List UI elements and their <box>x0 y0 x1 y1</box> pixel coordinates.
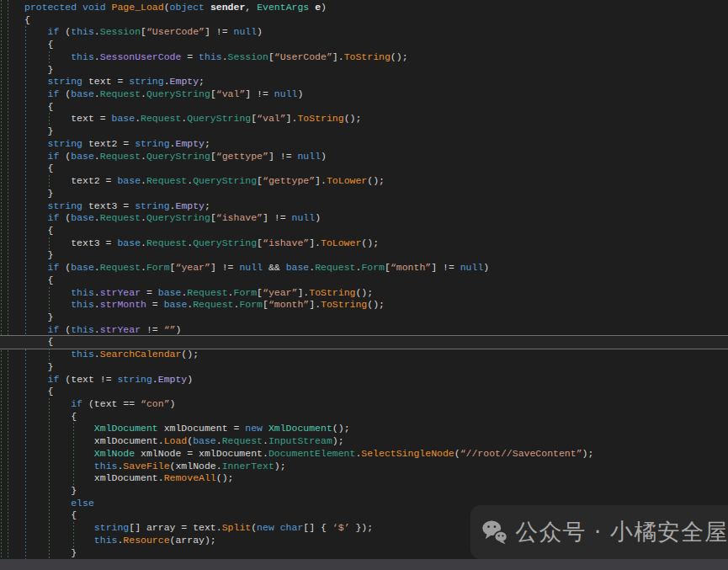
code-line[interactable]: xmlDocument.RemoveAll(); <box>0 472 593 485</box>
code-token: Request <box>100 88 141 99</box>
code-line[interactable]: xmlDocument.Load(base.Request.InputStrea… <box>0 435 593 448</box>
code-token: (); <box>181 349 199 360</box>
code-line[interactable]: text2 = base.Request.QueryString[“gettyp… <box>0 175 593 188</box>
code-line[interactable]: } <box>0 361 593 374</box>
code-line[interactable]: { <box>0 274 593 287</box>
code-line[interactable]: if (text == “con”) <box>0 398 593 411</box>
code-line[interactable]: { <box>0 336 593 349</box>
code-line[interactable]: { <box>0 225 593 237</box>
code-line[interactable]: if (base.Request.QueryString[“ishave”] !… <box>0 212 593 225</box>
code-token: ) <box>321 2 327 13</box>
code-line[interactable]: text = base.Request.QueryString[“val”].T… <box>0 113 593 125</box>
horizontal-scrollbar[interactable] <box>0 559 728 570</box>
code-token <box>263 423 268 434</box>
code-token: if <box>48 212 60 223</box>
code-line[interactable]: { <box>0 162 593 175</box>
code-token: this <box>71 299 94 310</box>
code-token: . <box>152 374 158 385</box>
code-token: if <box>48 151 60 162</box>
code-line[interactable]: } <box>0 312 593 324</box>
code-line[interactable]: string text2 = string.Empty; <box>0 138 593 151</box>
code-token: Split <box>222 522 252 533</box>
code-token <box>24 88 48 99</box>
code-token: ) <box>321 151 327 162</box>
code-line[interactable]: { <box>0 411 593 424</box>
code-token: (xmlNode. <box>170 461 222 471</box>
code-line[interactable]: if (base.Request.Form[“year”] != null &&… <box>0 262 593 274</box>
code-line[interactable]: if (base.Request.QueryString[“val”] != n… <box>0 88 593 101</box>
code-token: QueryString <box>146 151 210 162</box>
code-token: ( <box>59 262 71 273</box>
code-token <box>205 2 210 13</box>
code-token: “year” <box>263 287 297 298</box>
code-line[interactable]: if (this.strYear != “”) <box>0 324 593 337</box>
code-token: SelectSingleNode <box>361 448 454 459</box>
code-token: null <box>292 212 316 223</box>
code-token: ); <box>582 448 594 459</box>
code-token <box>24 76 48 87</box>
code-token: this <box>71 324 94 335</box>
code-token: object <box>170 2 205 13</box>
code-line[interactable]: this.SessonUserCode = this.Session[“User… <box>0 51 593 64</box>
code-token: [ <box>263 299 268 310</box>
code-line[interactable]: if (this.Session[“UserCode”] != null) <box>0 26 593 39</box>
code-token: “gettype” <box>216 151 268 162</box>
code-token: . <box>141 237 146 248</box>
code-token: “//root//SaveContent” <box>460 448 582 459</box>
code-token: . <box>228 287 234 298</box>
code-token: new <box>245 423 263 434</box>
code-token: QueryString <box>187 113 251 124</box>
code-line[interactable]: text3 = base.Request.QueryString[“ishave… <box>0 237 593 250</box>
code-token: ] != <box>205 26 234 37</box>
code-line[interactable]: if (text != string.Empty) <box>0 374 593 386</box>
code-line[interactable]: } <box>0 188 593 200</box>
code-token: } <box>24 125 54 136</box>
code-token: [ <box>257 237 263 248</box>
code-token: Empty <box>175 200 205 211</box>
code-token: base <box>164 299 188 310</box>
code-line[interactable]: XmlDocument xmlDocument = new XmlDocumen… <box>0 423 593 435</box>
code-token: “year” <box>175 262 210 273</box>
code-token: text = <box>24 113 112 124</box>
code-token <box>24 535 94 546</box>
code-token: Empty <box>175 138 205 149</box>
code-line[interactable]: } <box>0 64 593 77</box>
code-token: strMonth <box>100 299 146 310</box>
code-token: RemoveAll <box>164 472 216 483</box>
code-line[interactable]: protected void Page_Load(object sender, … <box>0 2 593 14</box>
code-token: ; <box>205 138 210 149</box>
code-token: } <box>24 485 77 496</box>
code-token: ) <box>483 262 489 273</box>
code-token: ] != <box>245 88 274 99</box>
code-token: null <box>274 88 298 99</box>
code-line[interactable]: { <box>0 101 593 114</box>
code-token: (array); <box>170 535 216 546</box>
code-line[interactable]: } <box>0 485 593 498</box>
code-token: this <box>94 461 118 471</box>
code-token: { <box>24 225 54 236</box>
code-token: { <box>24 386 54 397</box>
code-line[interactable]: this.strMonth = base.Request.Form[“month… <box>0 299 593 312</box>
code-token: text = <box>82 76 129 87</box>
code-line[interactable]: XmlNode xmlNode = xmlDocument.DocumentEl… <box>0 448 593 461</box>
code-token: (); <box>216 472 234 483</box>
code-token: Load <box>164 435 188 446</box>
code-token: Form <box>239 299 263 310</box>
code-line[interactable]: string text = string.Empty; <box>0 76 593 88</box>
code-line[interactable]: } <box>0 125 593 138</box>
code-token: . <box>94 287 100 298</box>
code-line[interactable]: if (base.Request.QueryString[“gettype”] … <box>0 151 593 163</box>
code-line[interactable]: { <box>0 14 593 27</box>
code-line[interactable]: { <box>0 39 593 51</box>
code-token: ] != <box>268 151 298 162</box>
code-line[interactable]: this.SearchCalendar(); <box>0 349 593 361</box>
code-line[interactable]: this.strYear = base.Request.Form[“year”]… <box>0 287 593 300</box>
code-line[interactable]: string text3 = string.Empty; <box>0 200 593 213</box>
code-token: base <box>158 287 182 298</box>
code-token: }); <box>350 522 374 533</box>
code-line[interactable]: { <box>0 386 593 398</box>
code-token: if <box>48 262 60 273</box>
decompiler-code-editor[interactable]: protected void Page_Load(object sender, … <box>0 0 728 570</box>
code-line[interactable]: } <box>0 249 593 262</box>
code-line[interactable]: this.SaveFile(xmlNode.InnerText); <box>0 461 593 473</box>
